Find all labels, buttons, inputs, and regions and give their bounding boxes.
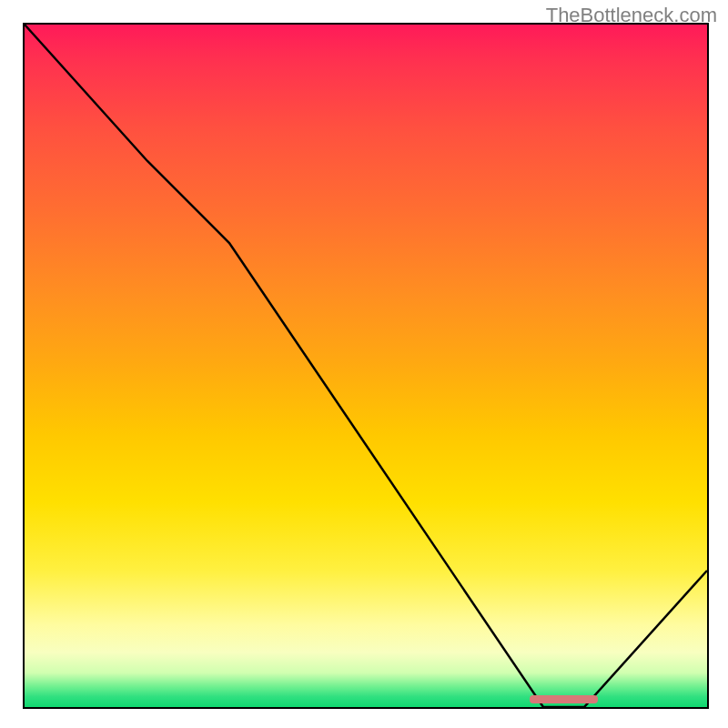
chart-container: TheBottleneck.com: [0, 0, 728, 728]
chart-plot-area: [23, 23, 709, 709]
optimal-range-marker: [530, 695, 598, 703]
watermark-text: TheBottleneck.com: [546, 4, 717, 27]
bottleneck-curve-line: [25, 25, 707, 707]
chart-line-svg: [25, 25, 707, 707]
